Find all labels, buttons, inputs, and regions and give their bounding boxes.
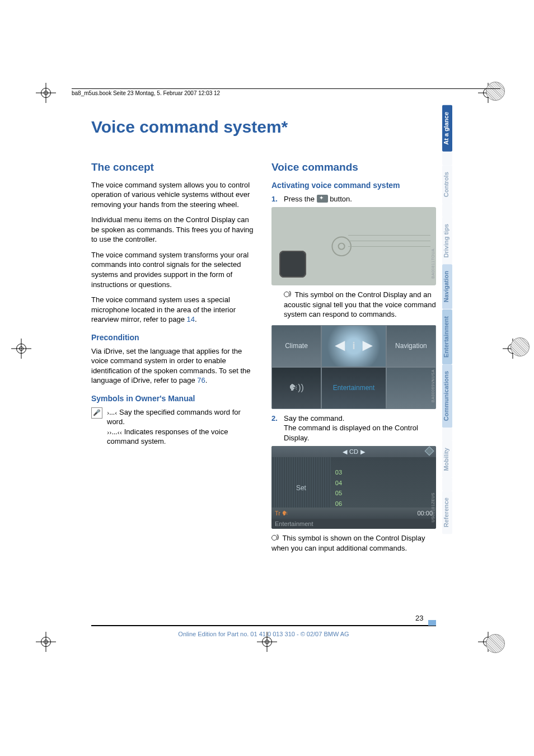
idrive-navigation: Navigation <box>386 325 436 367</box>
tab-entertainment[interactable]: Entertainment <box>442 309 452 364</box>
hatch-circle-icon <box>486 634 505 653</box>
after-figure-1: This symbol on the Control Display and a… <box>284 290 436 320</box>
voice-prompt-icon <box>271 534 279 542</box>
figure-dashboard: 🗣 <box>271 207 436 285</box>
page-ref-76[interactable]: 76 <box>197 376 205 384</box>
tab-controls[interactable]: Controls <box>442 165 452 204</box>
page-ref-14[interactable]: 14 <box>187 315 195 323</box>
heading-symbols: Symbols in Owner's Manual <box>91 393 256 404</box>
track-06: 06 <box>335 500 432 508</box>
step-1-body: Press the button. <box>284 194 436 204</box>
hatch-circle-icon <box>510 337 530 356</box>
dashboard-lines <box>348 235 430 257</box>
page-footer: 23 <box>91 613 436 626</box>
tab-spacer <box>442 428 452 441</box>
step-1-number: 1. <box>271 194 278 204</box>
heading-precondition: Precondition <box>91 332 256 343</box>
concept-para-4-text: The voice command system uses a special … <box>91 295 236 323</box>
tab-spacer <box>442 204 452 217</box>
left-column: The concept The voice command system all… <box>91 160 256 558</box>
precondition-text: Via iDrive, set the language that applie… <box>91 347 250 385</box>
talk-button-icon <box>317 195 328 203</box>
arrow-left-icon: ◀ <box>335 337 345 354</box>
figure-code-3: US00101ZEUS <box>430 492 435 522</box>
idrive-climate: Climate <box>271 325 321 367</box>
track-04: 04 <box>335 479 432 487</box>
concept-para-3: The voice command system transforms your… <box>91 250 256 289</box>
idrive-voice-icon: 🗣)) <box>271 367 321 409</box>
step-2-body: Say the command. The command is displaye… <box>284 414 436 443</box>
heading-voice-commands: Voice commands <box>271 160 436 175</box>
idrive-entertainment: Entertainment <box>321 367 386 409</box>
tab-spacer <box>442 477 452 491</box>
precondition-para: Via iDrive, set the language that applie… <box>91 346 256 386</box>
right-column: Voice commands Activating voice command … <box>271 160 436 558</box>
step-2: 2. Say the command. The command is displ… <box>271 414 436 443</box>
say-command-marker: ›...‹ <box>107 408 117 416</box>
tab-at-a-glance[interactable]: At a glance <box>442 105 452 152</box>
register-mark <box>36 632 56 652</box>
page-title: Voice command system* <box>91 118 436 137</box>
register-mark <box>36 83 56 103</box>
track-03: 03 <box>335 468 432 477</box>
cd-prev-icon: ◀ <box>343 448 347 456</box>
mic-icon: 🎤 <box>91 407 102 419</box>
arrow-right-icon: ▶ <box>363 337 372 354</box>
cd-tr-text: Tr <box>275 510 280 516</box>
tab-spacer <box>442 152 452 165</box>
step-1-text-b: button. <box>328 195 352 203</box>
tab-driving-tips[interactable]: Driving tips <box>442 217 452 265</box>
step-2-number: 2. <box>271 414 278 424</box>
cd-status-bar: Tr 🗣 00:00 <box>271 508 436 519</box>
after-figure-3-text: This symbol is shown on the Control Disp… <box>271 534 425 552</box>
page-number: 23 <box>415 614 423 622</box>
register-mark <box>478 632 498 652</box>
concept-para-1: The voice command system allows you to c… <box>91 180 256 210</box>
tab-reference[interactable]: Reference <box>442 491 452 534</box>
symbol-1-text: Say the specified commands word for word… <box>107 408 241 426</box>
tab-communications[interactable]: Communications <box>442 364 452 428</box>
tab-navigation[interactable]: Navigation <box>442 264 452 309</box>
page-content: Voice command system* The concept The vo… <box>91 118 436 644</box>
idrive-info-label: i <box>352 340 355 351</box>
heading-concept: The concept <box>91 160 256 175</box>
figure-code-1: BA00811TOUA <box>430 248 435 279</box>
after-figure-3: This symbol is shown on the Control Disp… <box>271 533 436 553</box>
cd-tr-label: Tr 🗣 <box>275 509 288 518</box>
figure-idrive-menu: Climate ◀ i ▶ Navigation 🗣)) Entertainme… <box>271 325 436 409</box>
idrive-info-icon: ◀ i ▶ <box>321 325 386 367</box>
figure-cd-display: ◀ CD ▶ Set 03 04 05 06 <box>271 446 436 529</box>
online-edition-line: Online Edition for Part no. 01 41 0 013 … <box>91 631 436 637</box>
cd-entertainment-label: Entertainment <box>271 519 436 529</box>
step-2-text-b: The command is displayed on the Control … <box>284 424 418 442</box>
idrive-blank <box>386 367 436 409</box>
footer-marker <box>428 620 436 626</box>
diamond-icon <box>425 447 434 456</box>
register-mark <box>11 339 31 359</box>
talk-icon: 🗣 <box>286 257 296 271</box>
print-meta-text: ba8_m5us.book Seite 23 Montag, 5. Februa… <box>72 90 220 96</box>
figure-code-2: BA00069VNUSA <box>430 369 435 402</box>
step-2-text-a: Say the command. <box>284 414 344 422</box>
section-tabs: At a glance Controls Driving tips Naviga… <box>442 105 452 534</box>
symbol-row-1: 🎤 ›...‹ Say the specified commands word … <box>91 407 256 447</box>
step-1-text-a: Press the <box>284 195 317 203</box>
concept-para-4: The voice command system uses a special … <box>91 295 256 325</box>
tab-mobility[interactable]: Mobility <box>442 441 452 478</box>
idrive-grid: Climate ◀ i ▶ Navigation 🗣)) Entertainme… <box>271 325 436 409</box>
concept-para-2: Individual menu items on the Control Dis… <box>91 215 256 245</box>
symbol-1-line: ›...‹ Say the specified commands word fo… <box>107 407 256 427</box>
heading-activating: Activating voice command system <box>271 180 436 191</box>
response-marker: ››...‹‹ <box>107 428 122 436</box>
cd-next-icon: ▶ <box>360 448 365 456</box>
voice-prompt-icon <box>284 290 292 298</box>
symbol-2-text: Indicates responses of the voice command… <box>107 428 228 446</box>
after-figure-1-text: This symbol on the Control Display and a… <box>284 290 436 318</box>
cd-label: CD <box>349 448 358 456</box>
print-meta-line: ba8_m5us.book Seite 23 Montag, 5. Februa… <box>72 88 500 96</box>
symbol-2-line: ››...‹‹ Indicates responses of the voice… <box>107 427 256 447</box>
cd-top-bar: ◀ CD ▶ <box>271 446 436 457</box>
step-1: 1. Press the button. <box>271 194 436 204</box>
register-mark <box>503 339 523 359</box>
track-05: 05 <box>335 489 432 497</box>
